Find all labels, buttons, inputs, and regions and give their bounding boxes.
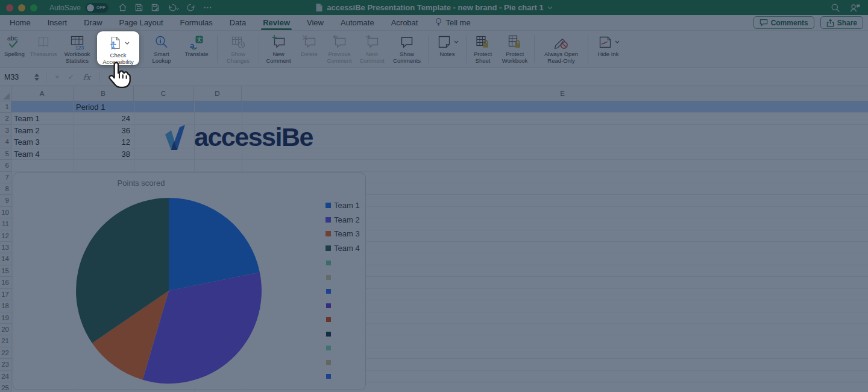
translate-button[interactable]: aTranslate <box>178 31 215 58</box>
pie-chart-card[interactable]: Points scored Team 1Team 2Team 3Team 4 <box>13 172 366 390</box>
column-header-d[interactable]: D <box>193 86 241 101</box>
tab-review[interactable]: Review <box>254 15 298 30</box>
autosave-toggle[interactable]: OFF <box>86 3 108 13</box>
formula-input[interactable] <box>104 68 868 86</box>
row-header-14[interactable]: 14 <box>0 253 9 265</box>
legend-swatch <box>326 203 331 208</box>
pie-chart[interactable] <box>13 173 365 390</box>
cell-b3[interactable]: 36 <box>73 125 133 136</box>
zoom-button[interactable] <box>30 4 37 11</box>
spelling-button[interactable]: abcSpelling <box>1 31 28 58</box>
legend-extra-swatch <box>326 289 331 294</box>
tab-draw[interactable]: Draw <box>75 15 110 30</box>
cell-b4[interactable]: 12 <box>73 136 133 148</box>
sheet-grid[interactable]: 1234567891011121314151617181920212223242… <box>0 101 868 392</box>
row-header-18[interactable]: 18 <box>0 300 9 312</box>
row-header-5[interactable]: 5 <box>0 148 9 160</box>
undo-icon[interactable] <box>167 3 180 12</box>
save-as-icon[interactable] <box>151 3 160 12</box>
save-icon[interactable] <box>134 3 143 12</box>
legend-item-team-3[interactable]: Team 3 <box>326 229 360 238</box>
column-header-c[interactable]: C <box>133 86 193 101</box>
name-box[interactable]: M33 <box>0 73 32 81</box>
workbook-statistics-button[interactable]: 123Workbook Statistics <box>59 31 95 64</box>
check-accessibility-button[interactable]: Check Accessibility <box>97 31 139 65</box>
delete-comment-button[interactable]: Delete <box>296 31 322 58</box>
more-icon[interactable] <box>203 3 212 12</box>
show-comments-button[interactable]: Show Comments <box>388 31 426 64</box>
column-header-a[interactable]: A <box>11 86 73 101</box>
row-header-23[interactable]: 23 <box>0 359 9 370</box>
accessibe-logo[interactable]: accessiBe <box>165 124 313 150</box>
row-header-2[interactable]: 2 <box>0 113 9 124</box>
row-header-22[interactable]: 22 <box>0 347 9 359</box>
row-header-13[interactable]: 13 <box>0 242 9 253</box>
legend-item-team-4[interactable]: Team 4 <box>326 244 360 253</box>
next-comment-button[interactable]: Next Comment <box>356 31 388 64</box>
smart-lookup-button[interactable]: Smart Lookup <box>145 31 178 64</box>
redo-icon[interactable] <box>187 3 196 12</box>
row-header-11[interactable]: 11 <box>0 218 9 230</box>
tab-view[interactable]: View <box>298 15 332 30</box>
cell-b2[interactable]: 24 <box>73 113 133 124</box>
cell-b1[interactable]: Period 1 <box>73 101 133 113</box>
protect-sheet-button[interactable]: Protect Sheet <box>468 31 497 64</box>
cell-a3[interactable]: Team 2 <box>11 125 73 136</box>
tab-insert[interactable]: Insert <box>39 15 76 30</box>
column-header-b[interactable]: B <box>73 86 133 101</box>
home-icon[interactable] <box>118 3 127 12</box>
row-header-1[interactable]: 1 <box>0 101 9 113</box>
tab-page-layout[interactable]: Page Layout <box>111 15 172 30</box>
row-header-3[interactable]: 3 <box>0 125 9 136</box>
name-box-stepper[interactable] <box>32 74 42 81</box>
row-header-17[interactable]: 17 <box>0 289 9 300</box>
show-changes-button[interactable]: Show Changes <box>219 31 257 64</box>
search-icon[interactable] <box>831 3 840 13</box>
tab-data[interactable]: Data <box>221 15 254 30</box>
always-open-read-only-button[interactable]: Always Open Read-Only <box>536 31 586 64</box>
delete-comment-icon <box>301 34 317 50</box>
row-header-6[interactable]: 6 <box>0 160 9 171</box>
row-header-8[interactable]: 8 <box>0 183 9 195</box>
tab-formulas[interactable]: Formulas <box>172 15 221 30</box>
legend-item-team-2[interactable]: Team 2 <box>326 215 360 224</box>
select-all-corner[interactable] <box>0 86 11 101</box>
row-header-7[interactable]: 7 <box>0 172 9 183</box>
tab-acrobat[interactable]: Acrobat <box>383 15 427 30</box>
tab-automate[interactable]: Automate <box>332 15 383 30</box>
row-header-21[interactable]: 21 <box>0 335 9 347</box>
hide-ink-button[interactable]: Hide Ink <box>590 31 626 58</box>
new-comment-button[interactable]: New Comment <box>261 31 296 64</box>
tab-tell-me[interactable]: Tell me <box>426 15 479 30</box>
row-header-25[interactable]: 25 <box>0 382 9 392</box>
cell-b5[interactable]: 38 <box>73 148 133 160</box>
column-header-e[interactable]: E <box>241 86 868 101</box>
cell-a2[interactable]: Team 1 <box>11 113 73 124</box>
row-header-16[interactable]: 16 <box>0 277 9 288</box>
insert-function-icon[interactable]: fx <box>83 72 91 82</box>
previous-comment-button[interactable]: Previous Comment <box>322 31 356 64</box>
row-header-19[interactable]: 19 <box>0 312 9 324</box>
row-header-20[interactable]: 20 <box>0 324 9 335</box>
row-header-24[interactable]: 24 <box>0 371 9 382</box>
enter-icon[interactable]: ✓ <box>68 72 75 81</box>
thesaurus-button[interactable]: Thesaurus <box>28 31 59 58</box>
cell-a4[interactable]: Team 3 <box>11 136 73 148</box>
row-header-12[interactable]: 12 <box>0 230 9 242</box>
legend-item-team-1[interactable]: Team 1 <box>326 201 360 210</box>
minimize-button[interactable] <box>18 4 25 11</box>
share-button[interactable]: Share <box>820 16 863 29</box>
row-header-10[interactable]: 10 <box>0 207 9 218</box>
notes-button[interactable]: Notes <box>430 31 464 58</box>
cell-a5[interactable]: Team 4 <box>11 148 73 160</box>
comments-button[interactable]: Comments <box>753 16 814 29</box>
tab-home[interactable]: Home <box>1 15 39 30</box>
row-header-4[interactable]: 4 <box>0 136 9 148</box>
contact-presence-icon[interactable] <box>850 3 861 13</box>
protect-workbook-button[interactable]: Protect Workbook <box>497 31 532 64</box>
row-header-15[interactable]: 15 <box>0 265 9 277</box>
close-button[interactable] <box>6 4 13 11</box>
ribbon-button-label: Thesaurus <box>30 51 57 58</box>
cancel-icon[interactable]: × <box>55 72 60 81</box>
row-header-9[interactable]: 9 <box>0 195 9 206</box>
